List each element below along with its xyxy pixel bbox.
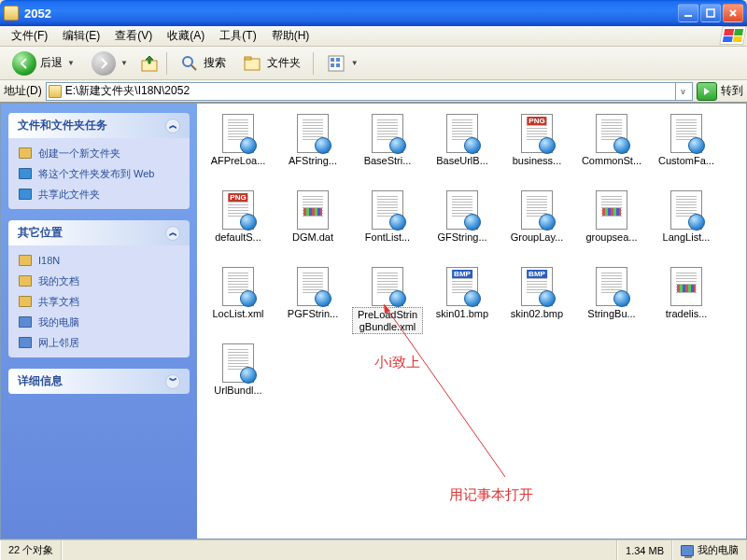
- file-label: tradelis...: [664, 307, 710, 321]
- go-button[interactable]: [697, 82, 717, 101]
- task-item[interactable]: 共享此文件夹: [18, 187, 180, 202]
- chevron-down-icon: ▼: [67, 59, 75, 67]
- task-item[interactable]: 创建一个新文件夹: [18, 146, 180, 161]
- task-label: I18N: [38, 255, 60, 266]
- file-label: skin01.bmp: [434, 307, 490, 321]
- file-item[interactable]: FontList...: [350, 188, 425, 264]
- file-item[interactable]: CustomFa...: [649, 111, 724, 188]
- address-dropdown[interactable]: v: [675, 82, 690, 101]
- details-panel: 详细信息 ︾: [8, 369, 190, 394]
- folders-icon: [243, 53, 263, 74]
- forward-button[interactable]: ▼: [85, 48, 134, 79]
- file-label: DGM.dat: [290, 231, 335, 245]
- folder-icon: [49, 85, 62, 98]
- bmp-file-icon: BMP: [518, 266, 556, 307]
- toolbar: 后退 ▼ ▼ 搜索 文件夹 ▼: [0, 47, 747, 80]
- dat-file-icon: [294, 189, 331, 231]
- place-item[interactable]: 共享文档: [18, 294, 180, 309]
- file-label: groupsea...: [584, 231, 639, 245]
- xml-file-icon: [518, 189, 556, 231]
- addressbar: 地址(D) E:\新建文件夹\I18N\2052 v 转到: [0, 80, 747, 103]
- file-item[interactable]: BaseStri...: [350, 111, 425, 188]
- svg-rect-1: [707, 9, 714, 17]
- task-label: 网上邻居: [38, 336, 79, 350]
- menu-item[interactable]: 编辑(E): [55, 26, 107, 46]
- png-file-icon: PNG: [219, 189, 257, 231]
- minimize-button[interactable]: [678, 4, 698, 22]
- task-icon: [18, 294, 33, 309]
- address-input[interactable]: E:\新建文件夹\I18N\2052 v: [46, 82, 693, 101]
- file-item[interactable]: UrlBundl...: [201, 341, 275, 417]
- file-item[interactable]: groupsea...: [574, 188, 649, 264]
- svg-rect-5: [245, 57, 251, 60]
- file-label: PreLoadStringBundle.xml: [352, 307, 423, 334]
- task-item[interactable]: 将这个文件夹发布到 Web: [18, 166, 180, 181]
- xml-file-icon: [593, 266, 630, 307]
- dat-file-icon: [593, 189, 630, 231]
- places-title: 其它位置: [18, 225, 63, 241]
- place-item[interactable]: 我的电脑: [18, 315, 180, 329]
- xml-file-icon: [294, 113, 331, 154]
- xml-file-icon: [369, 113, 406, 154]
- place-item[interactable]: I18N: [18, 253, 180, 268]
- chevron-down-icon: ▼: [120, 59, 128, 67]
- file-item[interactable]: BMPskin02.bmp: [500, 264, 574, 341]
- status-zone-label: 我的电脑: [698, 543, 739, 557]
- back-label: 后退: [40, 55, 63, 71]
- file-item[interactable]: BMPskin01.bmp: [425, 264, 500, 341]
- svg-rect-0: [684, 15, 692, 17]
- search-button[interactable]: 搜索: [173, 49, 233, 77]
- maximize-button[interactable]: [700, 4, 721, 22]
- file-label: PGFStrin...: [286, 307, 340, 321]
- chevron-down-icon: ︾: [165, 374, 180, 389]
- file-item[interactable]: GroupLay...: [500, 188, 574, 264]
- menu-item[interactable]: 收藏(A): [160, 26, 212, 46]
- up-button[interactable]: [138, 52, 161, 75]
- file-item[interactable]: tradelis...: [649, 264, 724, 341]
- menu-item[interactable]: 查看(V): [107, 26, 160, 46]
- places-panel-header[interactable]: 其它位置 ︽: [8, 220, 190, 245]
- file-item[interactable]: PreLoadStringBundle.xml: [350, 264, 425, 341]
- folder-icon: [4, 6, 19, 21]
- task-icon: [18, 166, 33, 181]
- titlebar: 2052: [0, 0, 747, 26]
- file-item[interactable]: PGFStrin...: [275, 264, 350, 341]
- menu-item[interactable]: 文件(F): [4, 26, 55, 46]
- file-item[interactable]: LocList.xml: [201, 264, 275, 341]
- views-button[interactable]: ▼: [319, 49, 365, 77]
- folders-button[interactable]: 文件夹: [236, 49, 307, 77]
- file-label: LocList.xml: [210, 307, 265, 321]
- svg-rect-8: [336, 58, 340, 62]
- xml-file-icon: [294, 266, 331, 307]
- search-label: 搜索: [204, 55, 226, 71]
- file-label: UrlBundl...: [212, 384, 263, 398]
- file-item[interactable]: AFPreLoa...: [201, 111, 275, 188]
- file-view[interactable]: AFPreLoa...AFString...BaseStri...BaseUrl…: [197, 104, 746, 539]
- file-item[interactable]: GFString...: [425, 188, 500, 264]
- back-button[interactable]: 后退 ▼: [6, 48, 81, 79]
- tasks-panel-header[interactable]: 文件和文件夹任务 ︽: [8, 113, 190, 138]
- xml-file-icon: [219, 266, 257, 307]
- file-item[interactable]: DGM.dat: [275, 188, 350, 264]
- menu-item[interactable]: 帮助(H): [264, 26, 317, 46]
- file-item[interactable]: PNGbusiness...: [500, 111, 574, 188]
- close-button[interactable]: [723, 4, 743, 22]
- menu-item[interactable]: 工具(T): [212, 26, 263, 46]
- task-icon: [18, 253, 33, 268]
- file-label: skin02.bmp: [509, 307, 565, 321]
- file-item[interactable]: PNGdefaultS...: [201, 188, 275, 264]
- file-item[interactable]: StringBu...: [574, 264, 649, 341]
- xml-file-icon: [444, 113, 481, 154]
- forward-icon: [92, 51, 116, 76]
- details-panel-header[interactable]: 详细信息 ︾: [8, 369, 190, 394]
- file-label: AFString...: [287, 154, 339, 168]
- file-label: CommonSt...: [580, 154, 643, 168]
- views-icon: [326, 53, 346, 74]
- place-item[interactable]: 网上邻居: [18, 335, 180, 350]
- file-item[interactable]: BaseUrlB...: [425, 111, 500, 188]
- file-item[interactable]: AFString...: [275, 111, 350, 188]
- file-item[interactable]: LangList...: [649, 188, 724, 264]
- file-item[interactable]: CommonSt...: [574, 111, 649, 188]
- chevron-up-icon: ︽: [165, 119, 180, 133]
- place-item[interactable]: 我的文档: [18, 273, 180, 288]
